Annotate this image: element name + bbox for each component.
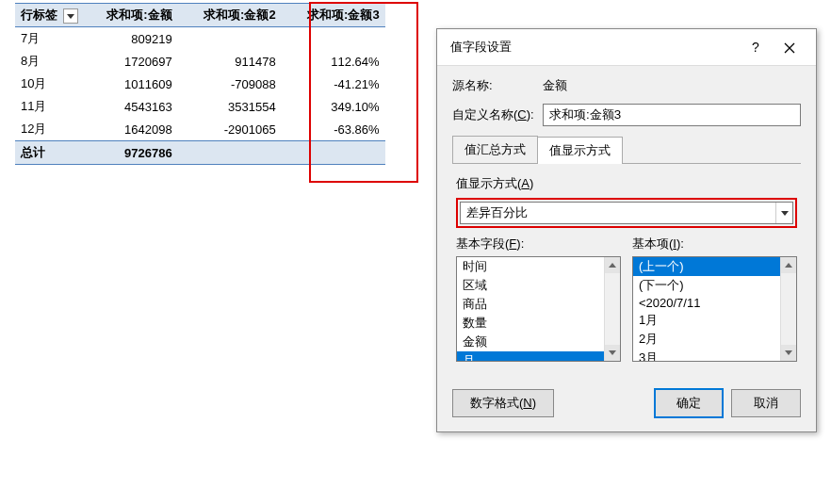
row-label[interactable]: 10月	[15, 73, 84, 95]
cell[interactable]: -2901065	[178, 118, 282, 141]
source-label: 源名称:	[452, 77, 543, 94]
list-item[interactable]: (下一个)	[633, 276, 780, 295]
list-item[interactable]: 商品	[457, 295, 604, 314]
display-mode-select[interactable]: 差异百分比	[460, 202, 793, 224]
highlight-box-select: 差异百分比	[456, 198, 797, 228]
lists: 基本字段(F): 时间 区域 商品 数量 金额 月	[456, 236, 797, 362]
scroll-down-icon[interactable]	[605, 345, 620, 361]
table-row: 7月 809219	[15, 27, 385, 51]
tab-display[interactable]: 值显示方式	[537, 137, 623, 164]
list-item[interactable]: 3月	[633, 349, 780, 362]
base-item-col: 基本项(I): (上一个) (下一个) <2020/7/11 1月 2月 3月	[632, 236, 797, 362]
row-label[interactable]: 7月	[15, 27, 84, 51]
table-row: 12月 1642098 -2901065 -63.86%	[15, 118, 385, 141]
pivot-header-col1[interactable]: 求和项:金额	[84, 4, 178, 27]
source-value: 金额	[543, 77, 567, 94]
cell[interactable]	[178, 141, 282, 165]
list-item[interactable]: 区域	[457, 276, 604, 295]
custom-name-row: 自定义名称(C):	[452, 104, 801, 126]
list-item[interactable]: <2020/7/11	[633, 295, 780, 311]
pivot-table: 行标签 求和项:金额 求和项:金额2 求和项:金额3 7月 809219 8月 …	[15, 3, 385, 165]
filter-dropdown-icon[interactable]	[63, 8, 78, 24]
scroll-down-icon[interactable]	[781, 345, 796, 361]
pivot-header-row-label: 行标签	[21, 8, 57, 22]
row-label[interactable]: 11月	[15, 95, 84, 118]
cell[interactable]: -709088	[178, 73, 282, 95]
cell[interactable]: 9726786	[84, 141, 178, 165]
scrollbar[interactable]	[780, 257, 796, 361]
tabs: 值汇总方式 值显示方式	[452, 136, 801, 164]
cell[interactable]: 112.64%	[282, 50, 385, 73]
cell[interactable]	[282, 141, 385, 165]
close-icon	[784, 42, 795, 54]
cell[interactable]: 3531554	[178, 95, 282, 118]
titlebar: 值字段设置 ?	[437, 29, 816, 66]
scroll-up-icon[interactable]	[781, 257, 796, 273]
cell[interactable]: 4543163	[84, 95, 178, 118]
pivot-header-col3[interactable]: 求和项:金额3	[282, 4, 385, 27]
cell[interactable]: 1642098	[84, 118, 178, 141]
value-field-settings-dialog: 值字段设置 ? 源名称: 金额 自定义名称(C): 值汇总方式 值显示方式 值显…	[436, 28, 817, 432]
list-item[interactable]: (上一个)	[633, 257, 780, 276]
tab-summary[interactable]: 值汇总方式	[452, 136, 538, 163]
cancel-button[interactable]: 取消	[731, 389, 801, 417]
chevron-down-icon	[775, 203, 792, 223]
dialog-body: 源名称: 金额 自定义名称(C): 值汇总方式 值显示方式 值显示方式(A) 差…	[437, 66, 816, 379]
grand-label[interactable]: 总计	[15, 141, 84, 165]
list-item[interactable]: 2月	[633, 330, 780, 349]
scrollbar[interactable]	[604, 257, 620, 361]
table-row: 10月 1011609 -709088 -41.21%	[15, 73, 385, 95]
close-button[interactable]	[773, 37, 807, 57]
cell[interactable]	[178, 27, 282, 51]
table-row: 11月 4543163 3531554 349.10%	[15, 95, 385, 118]
cell[interactable]: 911478	[178, 50, 282, 73]
help-button[interactable]: ?	[739, 37, 773, 57]
cell[interactable]: 809219	[84, 27, 178, 51]
list-item[interactable]: 1月	[633, 311, 780, 330]
number-format-button[interactable]: 数字格式(N)	[452, 389, 554, 417]
display-mode-label: 值显示方式(A)	[456, 175, 797, 192]
row-label[interactable]: 8月	[15, 50, 84, 73]
list-item[interactable]: 数量	[457, 314, 604, 333]
table-row: 8月 1720697 911478 112.64%	[15, 50, 385, 73]
base-item-label: 基本项(I):	[632, 236, 797, 252]
custom-name-input[interactable]	[543, 104, 801, 126]
cell[interactable]: -63.86%	[282, 118, 385, 141]
base-field-label: 基本字段(F):	[456, 236, 621, 252]
cell[interactable]	[282, 27, 385, 51]
row-label[interactable]: 12月	[15, 118, 84, 141]
list-item[interactable]: 月	[457, 351, 604, 362]
custom-name-label: 自定义名称(C):	[452, 106, 543, 123]
source-row: 源名称: 金额	[452, 77, 801, 94]
grand-total-row: 总计 9726786	[15, 141, 385, 165]
cell[interactable]: -41.21%	[282, 73, 385, 95]
dialog-title: 值字段设置	[450, 39, 739, 56]
ok-button[interactable]: 确定	[654, 388, 724, 418]
cell[interactable]: 349.10%	[282, 95, 385, 118]
base-item-listbox[interactable]: (上一个) (下一个) <2020/7/11 1月 2月 3月	[632, 256, 797, 362]
list-item[interactable]: 金额	[457, 333, 604, 351]
cell[interactable]: 1720697	[84, 50, 178, 73]
cell[interactable]: 1011609	[84, 73, 178, 95]
base-field-listbox[interactable]: 时间 区域 商品 数量 金额 月	[456, 256, 621, 362]
base-field-col: 基本字段(F): 时间 区域 商品 数量 金额 月	[456, 236, 621, 362]
list-item[interactable]: 时间	[457, 257, 604, 276]
display-mode-value: 差异百分比	[461, 204, 775, 221]
pivot-header-col2[interactable]: 求和项:金额2	[178, 4, 282, 27]
scroll-up-icon[interactable]	[605, 257, 620, 273]
pivot-header-row[interactable]: 行标签	[15, 4, 84, 27]
tab-panel-display: 值显示方式(A) 差异百分比 基本字段(F): 时间 区域	[452, 164, 801, 366]
dialog-footer: 数字格式(N) 确定 取消	[437, 379, 816, 431]
